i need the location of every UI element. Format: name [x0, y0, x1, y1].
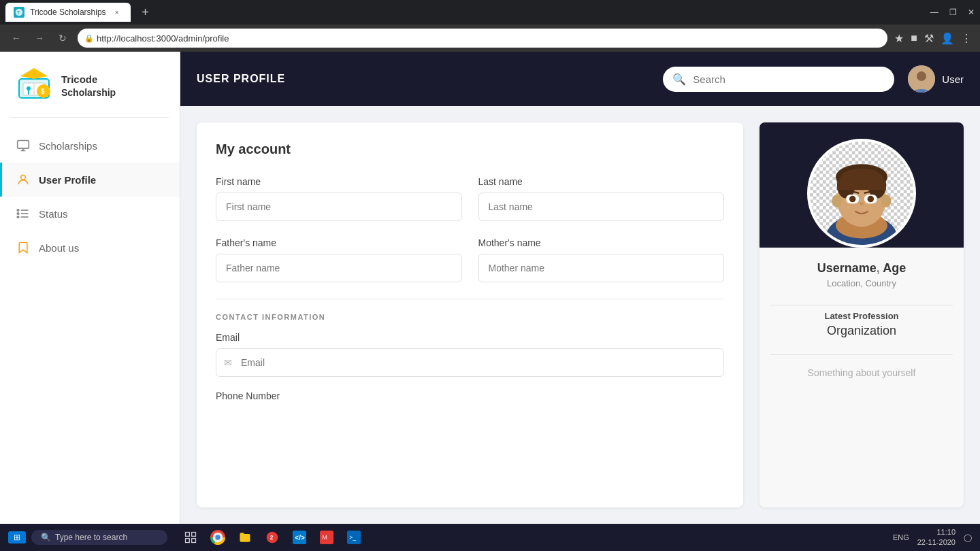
extension-icon[interactable]: ■	[911, 32, 917, 44]
svg-text:$: $	[41, 88, 45, 95]
sidebar-item-user-profile[interactable]: User Profile	[0, 163, 180, 197]
address-input[interactable]	[78, 29, 887, 48]
profile-info: Username, Age Location, Country Latest P…	[760, 248, 964, 399]
father-name-label: Father's name	[216, 237, 462, 248]
window-controls: — ❐ ✕	[930, 7, 975, 17]
search-icon: 🔍	[672, 73, 686, 86]
email-group: Email ✉	[216, 332, 724, 377]
mother-name-group: Mother's name	[478, 237, 725, 282]
profile-profession-label: Latest Profession	[824, 311, 898, 321]
phone-label: Phone Number	[216, 390, 724, 401]
last-name-label: Last name	[478, 176, 725, 187]
svg-point-20	[17, 216, 19, 218]
svg-marker-6	[20, 68, 48, 79]
sidebar-item-about-us-label: About us	[39, 242, 79, 254]
avatar	[908, 65, 935, 93]
svg-point-22	[917, 71, 926, 81]
svg-point-19	[17, 213, 19, 215]
lock-icon: 🔒	[84, 34, 94, 43]
svg-point-18	[17, 210, 19, 212]
page-title: USER PROFILE	[197, 73, 285, 85]
sidebar-item-status[interactable]: Status	[0, 197, 180, 231]
svg-rect-11	[18, 141, 29, 149]
maximize-button[interactable]: ❐	[949, 7, 957, 17]
sidebar-item-scholarships-label: Scholarships	[39, 140, 97, 152]
svg-point-40	[868, 196, 875, 203]
profile-about: Something about yourself	[808, 361, 916, 385]
mother-name-input[interactable]	[478, 254, 725, 282]
sidebar-item-scholarships[interactable]: Scholarships	[0, 129, 180, 163]
reload-button[interactable]: ↻	[54, 30, 71, 46]
monitor-icon	[16, 138, 31, 153]
sidebar-nav: Scholarships User Profile	[0, 118, 180, 276]
sidebar: $ Tricode Scholarship	[0, 52, 180, 524]
sidebar-item-about-us[interactable]: About us	[0, 231, 180, 265]
address-bar-container: 🔒	[78, 29, 887, 48]
profile-card: Username, Age Location, Country Latest P…	[760, 122, 964, 507]
logo-text: Tricode Scholarship	[61, 73, 116, 99]
browser-tab[interactable]: T Tricode Scholarships ×	[5, 3, 131, 22]
father-name-group: Father's name	[216, 237, 462, 282]
header-user-label: User	[942, 73, 964, 85]
list-icon	[16, 206, 31, 221]
bookmark-nav-icon	[16, 240, 31, 255]
tab-close-button[interactable]: ×	[112, 7, 122, 18]
first-name-label: First name	[216, 176, 462, 187]
sidebar-item-user-profile-label: User Profile	[39, 174, 96, 186]
profile-icon[interactable]: 👤	[941, 32, 954, 45]
bookmark-icon[interactable]: ★	[894, 32, 904, 45]
app-header: USER PROFILE 🔍 User	[180, 52, 980, 106]
parents-row: Father's name Mother's name	[216, 237, 724, 282]
close-window-button[interactable]: ✕	[968, 7, 975, 17]
tab-title: Tricode Scholarships	[30, 7, 106, 17]
puzzle-icon[interactable]: ⚒	[924, 32, 934, 45]
last-name-input[interactable]	[478, 193, 725, 221]
browser-actions: ★ ■ ⚒ 👤 ⋮	[894, 32, 972, 45]
profile-location: Location, Country	[827, 278, 896, 288]
form-card: My account First name Last name	[197, 122, 743, 507]
minimize-button[interactable]: —	[930, 7, 938, 17]
svg-point-14	[21, 175, 26, 180]
phone-group: Phone Number	[216, 390, 724, 401]
browser-chrome: T Tricode Scholarships × + — ❐ ✕	[0, 0, 980, 24]
profile-divider-2	[770, 354, 953, 355]
address-bar-row: ← → ↻ 🔒 ★ ■ ⚒ 👤 ⋮	[0, 24, 980, 52]
tab-favicon: T	[14, 7, 24, 18]
main-content: My account First name Last name	[180, 106, 980, 524]
form-divider	[216, 299, 724, 299]
svg-point-35	[832, 195, 842, 207]
last-name-group: Last name	[478, 176, 725, 221]
logo-icon: $	[14, 65, 54, 106]
profile-divider-1	[770, 305, 953, 305]
email-input-wrap: ✉	[216, 348, 724, 377]
profile-avatar-bg	[760, 122, 964, 248]
father-name-input[interactable]	[216, 254, 462, 282]
contact-section-label: CONTACT INFORMATION	[216, 313, 724, 321]
back-button[interactable]: ←	[8, 30, 24, 46]
name-row: First name Last name	[216, 176, 724, 221]
mother-name-label: Mother's name	[478, 237, 725, 248]
envelope-icon: ✉	[224, 357, 232, 368]
first-name-input[interactable]	[216, 193, 462, 221]
profile-name: Username, Age	[817, 261, 906, 276]
search-bar: 🔍	[663, 67, 894, 92]
email-input[interactable]	[216, 348, 724, 377]
sidebar-logo: $ Tricode Scholarship	[0, 52, 180, 117]
menu-icon[interactable]: ⋮	[961, 32, 972, 45]
profile-organization: Organization	[827, 324, 896, 338]
profile-avatar-circle	[807, 139, 916, 248]
search-input[interactable]	[663, 67, 894, 92]
new-tab-button[interactable]: +	[136, 3, 155, 22]
forward-button[interactable]: →	[31, 30, 48, 46]
header-user[interactable]: User	[908, 65, 964, 93]
form-title: My account	[216, 141, 724, 157]
user-icon	[16, 172, 31, 187]
svg-point-39	[849, 196, 856, 203]
app-container: $ Tricode Scholarship	[0, 52, 980, 524]
svg-point-36	[881, 195, 892, 207]
sidebar-item-status-label: Status	[39, 208, 68, 220]
first-name-group: First name	[216, 176, 462, 221]
email-label: Email	[216, 332, 724, 343]
content-body: My account First name Last name	[180, 106, 980, 524]
svg-point-9	[27, 86, 31, 90]
